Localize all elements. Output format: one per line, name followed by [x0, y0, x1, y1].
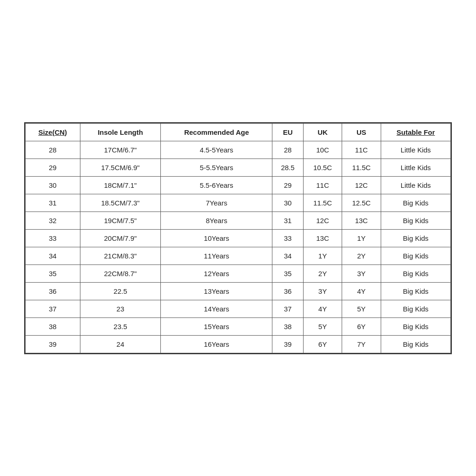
table-cell: 5-5.5Years	[161, 159, 272, 176]
table-cell: 11C	[342, 141, 381, 159]
table-cell: 35	[272, 264, 303, 282]
table-cell: 23.5	[80, 317, 161, 335]
table-cell: 21CM/8.3"	[80, 247, 161, 264]
table-cell: 30	[26, 176, 80, 194]
table-cell: 28	[272, 141, 303, 159]
table-cell: Big Kids	[381, 264, 450, 282]
table-cell: 22.5	[80, 282, 161, 300]
table-cell: 4.5-5Years	[161, 141, 272, 159]
table-row: 3118.5CM/7.3"7Years3011.5C12.5CBig Kids	[26, 194, 451, 212]
table-row: 2817CM/6.7"4.5-5Years2810C11CLittle Kids	[26, 141, 451, 159]
table-cell: 11.5C	[303, 194, 342, 212]
table-cell: 23	[80, 300, 161, 317]
table-cell: 32	[26, 212, 80, 229]
table-cell: Little Kids	[381, 141, 450, 159]
table-cell: 18.5CM/7.3"	[80, 194, 161, 212]
table-cell: 10.5C	[303, 159, 342, 176]
table-cell: 37	[26, 300, 80, 317]
table-cell: 12Years	[161, 264, 272, 282]
table-cell: 17.5CM/6.9"	[80, 159, 161, 176]
header-us: US	[342, 123, 381, 141]
table-cell: 24	[80, 335, 161, 353]
table-cell: Big Kids	[381, 317, 450, 335]
table-cell: 19CM/7.5"	[80, 212, 161, 229]
table-cell: 28.5	[272, 159, 303, 176]
table-cell: 10Years	[161, 229, 272, 247]
table-cell: 37	[272, 300, 303, 317]
table-cell: Little Kids	[381, 159, 450, 176]
table-cell: 5Y	[342, 300, 381, 317]
page-wrapper: Size(CN) Insole Length Recommended Age E…	[0, 0, 476, 476]
table-cell: 2Y	[342, 247, 381, 264]
table-row: 3421CM/8.3"11Years341Y2YBig Kids	[26, 247, 451, 264]
size-chart-table: Size(CN) Insole Length Recommended Age E…	[25, 123, 451, 353]
table-cell: 3Y	[303, 282, 342, 300]
header-suitable-for: Sutable For	[381, 123, 450, 141]
table-cell: 39	[26, 335, 80, 353]
table-cell: 22CM/8.7"	[80, 264, 161, 282]
table-cell: 6Y	[342, 317, 381, 335]
size-chart-container: Size(CN) Insole Length Recommended Age E…	[24, 122, 452, 354]
header-uk: UK	[303, 123, 342, 141]
table-cell: 36	[26, 282, 80, 300]
table-cell: 11Years	[161, 247, 272, 264]
header-row: Size(CN) Insole Length Recommended Age E…	[26, 123, 451, 141]
table-row: 3219CM/7.5"8Years3112C13CBig Kids	[26, 212, 451, 229]
table-cell: Big Kids	[381, 247, 450, 264]
table-cell: 13C	[303, 229, 342, 247]
table-cell: 34	[272, 247, 303, 264]
table-cell: 14Years	[161, 300, 272, 317]
table-cell: 35	[26, 264, 80, 282]
table-cell: 1Y	[342, 229, 381, 247]
table-cell: Big Kids	[381, 212, 450, 229]
table-cell: 5.5-6Years	[161, 176, 272, 194]
table-cell: 38	[272, 317, 303, 335]
table-cell: 39	[272, 335, 303, 353]
table-cell: Little Kids	[381, 176, 450, 194]
table-cell: 31	[272, 212, 303, 229]
table-cell: 36	[272, 282, 303, 300]
table-cell: 4Y	[303, 300, 342, 317]
table-row: 372314Years374Y5YBig Kids	[26, 300, 451, 317]
table-cell: 13Years	[161, 282, 272, 300]
table-row: 3320CM/7.9"10Years3313C1YBig Kids	[26, 229, 451, 247]
table-cell: 34	[26, 247, 80, 264]
table-cell: 8Years	[161, 212, 272, 229]
table-cell: 18CM/7.1"	[80, 176, 161, 194]
table-row: 3018CM/7.1"5.5-6Years2911C12CLittle Kids	[26, 176, 451, 194]
table-cell: 17CM/6.7"	[80, 141, 161, 159]
table-cell: 31	[26, 194, 80, 212]
table-cell: 13C	[342, 212, 381, 229]
table-cell: 7Years	[161, 194, 272, 212]
table-cell: Big Kids	[381, 282, 450, 300]
table-cell: 11.5C	[342, 159, 381, 176]
table-cell: 3Y	[342, 264, 381, 282]
table-cell: Big Kids	[381, 194, 450, 212]
table-row: 2917.5CM/6.9"5-5.5Years28.510.5C11.5CLit…	[26, 159, 451, 176]
table-cell: Big Kids	[381, 229, 450, 247]
table-cell: 7Y	[342, 335, 381, 353]
table-cell: 20CM/7.9"	[80, 229, 161, 247]
table-row: 3622.513Years363Y4YBig Kids	[26, 282, 451, 300]
table-row: 3823.515Years385Y6YBig Kids	[26, 317, 451, 335]
table-cell: 10C	[303, 141, 342, 159]
table-cell: 12.5C	[342, 194, 381, 212]
table-cell: Big Kids	[381, 335, 450, 353]
header-recommended-age: Recommended Age	[161, 123, 272, 141]
table-cell: 1Y	[303, 247, 342, 264]
table-cell: 28	[26, 141, 80, 159]
table-row: 392416Years396Y7YBig Kids	[26, 335, 451, 353]
table-cell: 38	[26, 317, 80, 335]
table-cell: 4Y	[342, 282, 381, 300]
table-cell: 33	[272, 229, 303, 247]
table-cell: Big Kids	[381, 300, 450, 317]
table-cell: 12C	[303, 212, 342, 229]
header-eu: EU	[272, 123, 303, 141]
table-cell: 33	[26, 229, 80, 247]
table-cell: 6Y	[303, 335, 342, 353]
header-insole-length: Insole Length	[80, 123, 161, 141]
table-cell: 15Years	[161, 317, 272, 335]
table-cell: 30	[272, 194, 303, 212]
table-cell: 29	[272, 176, 303, 194]
table-cell: 11C	[303, 176, 342, 194]
